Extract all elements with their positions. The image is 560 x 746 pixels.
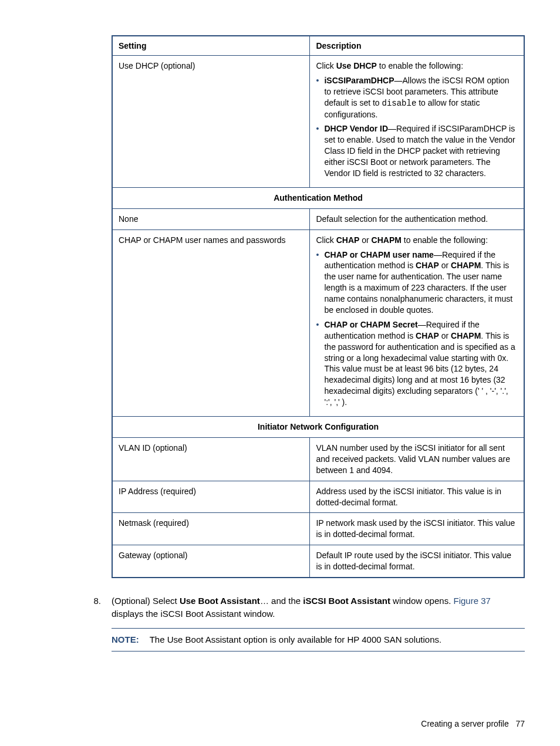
list-item: iSCSIParamDHCP—Allows the iSCSI ROM opti… [316,75,518,120]
section-title: Initiator Network Configuration [112,417,524,438]
figure-link[interactable]: Figure 37 [453,596,490,606]
text: (Optional) Select [112,596,180,606]
text: or [439,331,451,340]
description-cell: Address used by the iSCSI initiator. Thi… [310,481,524,513]
text: Click [316,235,336,245]
row-gateway: Gateway (optional) Default IP route used… [112,545,524,578]
bold-text: CHAP or CHAPM Secret [324,320,417,329]
row-ip-address: IP Address (required) Address used by th… [112,481,524,513]
bold-text: iSCSI Boot Assistant [303,596,390,606]
row-none: None Default selection for the authentic… [112,208,524,229]
row-vlan: VLAN ID (optional) VLAN number used by t… [112,437,524,481]
table-header-row: Setting Description [112,36,524,56]
setting-cell: IP Address (required) [112,481,310,513]
mono-text: disable [382,99,417,108]
description-cell: Default selection for the authentication… [310,208,524,229]
step-number: 8. [35,595,112,652]
text: … and the [260,596,303,606]
setting-cell: Use DHCP (optional) [112,56,310,188]
note-label: NOTE: [112,633,150,646]
description-cell: Click Use DHCP to enable the following: … [310,56,524,188]
bold-text: CHAPM [372,235,402,245]
list-item: CHAP or CHAPM Secret—Required if the aut… [316,319,518,408]
list-item: CHAP or CHAPM user name—Required if the … [316,249,518,316]
bullet-list: CHAP or CHAPM user name—Required if the … [316,249,518,408]
description-cell: VLAN number used by the iSCSI initiator … [310,437,524,481]
bold-text: Use DHCP [336,61,377,70]
setting-cell: Gateway (optional) [112,545,310,578]
bold-text: Use Boot Assistant [180,596,260,606]
setting-cell: CHAP or CHAPM user names and passwords [112,229,310,416]
step-8: 8. (Optional) Select Use Boot Assistant…… [35,595,525,652]
bold-text: CHAP [416,261,439,270]
note-box: NOTE: The Use Boot Assistant option is o… [112,628,525,652]
text: or [359,235,371,245]
text: to enable the following: [377,61,463,70]
description-cell: Default IP route used by the iSCSI initi… [310,545,524,578]
bold-text: CHAP or CHAPM user name [324,250,433,259]
list-item: DHCP Vendor ID—Required if iSCSIParamDHC… [316,123,518,178]
bold-text: CHAP [336,235,360,245]
section-header-auth: Authentication Method [112,187,524,208]
text: window opens. [390,596,454,606]
bullet-list: iSCSIParamDHCP—Allows the iSCSI ROM opti… [316,75,518,179]
setting-cell: Netmask (required) [112,513,310,545]
setting-cell: VLAN ID (optional) [112,437,310,481]
text: . This is the password for authenticatio… [324,331,515,407]
text: to enable the following: [402,235,488,245]
description-cell: Click CHAP or CHAPM to enable the follow… [310,229,524,416]
page-number: 77 [515,719,525,728]
row-netmask: Netmask (required) IP network mask used … [112,513,524,545]
settings-table: Setting Description Use DHCP (optional) … [112,35,525,578]
row-chap: CHAP or CHAPM user names and passwords C… [112,229,524,416]
text: Click [316,61,336,70]
page-footer: Creating a server profile 77 [421,719,525,728]
footer-text: Creating a server profile [421,719,508,728]
section-header-initiator: Initiator Network Configuration [112,417,524,438]
header-description: Description [310,36,524,56]
bold-text: DHCP Vendor ID [324,124,388,133]
text: or [439,261,451,270]
bold-text: CHAPM [451,261,481,270]
text: displays the iSCSI Boot Assistant window… [112,609,275,619]
note-text: The Use Boot Assistant option is only av… [150,633,442,646]
bold-text: CHAPM [451,331,481,340]
bold-text: CHAP [416,331,439,340]
bold-text: iSCSIParamDHCP [324,76,394,85]
setting-cell: None [112,208,310,229]
step-text: (Optional) Select Use Boot Assistant… an… [112,595,525,652]
header-setting: Setting [112,36,310,56]
section-title: Authentication Method [112,187,524,208]
description-cell: IP network mask used by the iSCSI initia… [310,513,524,545]
row-use-dhcp: Use DHCP (optional) Click Use DHCP to en… [112,56,524,188]
